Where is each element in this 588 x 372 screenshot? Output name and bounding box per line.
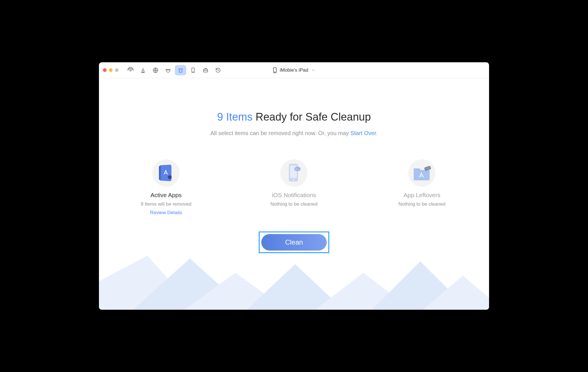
decorative-mountains (99, 256, 489, 310)
broom-icon[interactable] (137, 65, 149, 75)
card-title: Active Apps (129, 192, 203, 199)
chevron-down-icon (311, 68, 315, 72)
app-window: iMobie's iPad 9 Items Ready for Safe Cle… (99, 62, 489, 310)
svg-point-5 (193, 71, 193, 72)
main-content: 9 Items Ready for Safe Cleanup All selec… (99, 78, 489, 310)
start-over-link[interactable]: Start Over (350, 130, 376, 136)
app-leftovers-icon (403, 154, 441, 192)
svg-marker-22 (247, 264, 343, 310)
review-details-link[interactable]: Review Details (150, 210, 182, 215)
card-subtitle: 9 Items will be removed (129, 201, 203, 207)
globe-icon[interactable] (150, 65, 161, 75)
mask-icon[interactable] (162, 65, 174, 75)
svg-marker-21 (184, 273, 287, 310)
card-app-leftovers: App Leftovers Nothing to be cleaned (385, 159, 459, 216)
svg-point-8 (275, 72, 275, 72)
svg-point-13 (293, 179, 294, 181)
minimize-window-button[interactable] (109, 68, 113, 72)
svg-marker-25 (423, 276, 489, 310)
device-picker[interactable]: iMobie's iPad (273, 67, 315, 73)
card-active-apps: Active Apps 9 Items will be removed Revi… (129, 159, 203, 216)
close-window-button[interactable] (103, 68, 107, 72)
maximize-window-button[interactable] (115, 68, 119, 72)
history-icon[interactable] (212, 65, 224, 75)
titlebar: iMobie's iPad (99, 62, 489, 78)
card-ios-notifications: iOS Notifications Nothing to be cleaned (257, 159, 331, 216)
device-icon (273, 67, 277, 73)
subtitle-prefix: All select items can be removed right no… (210, 130, 350, 136)
subtitle-suffix: . (376, 130, 378, 136)
svg-point-14 (294, 167, 301, 171)
toolbar (125, 65, 224, 75)
card-title: iOS Notifications (257, 192, 331, 199)
svg-rect-16 (295, 169, 299, 170)
card-subtitle: Nothing to be cleaned (257, 201, 331, 207)
clean-button-highlight: Clean (259, 232, 329, 253)
card-subtitle: Nothing to be cleaned (385, 201, 459, 207)
window-controls (103, 68, 119, 72)
page-title: 9 Items Ready for Safe Cleanup (99, 111, 489, 123)
svg-rect-15 (295, 168, 297, 169)
svg-marker-24 (372, 261, 469, 310)
clean-button[interactable]: Clean (261, 234, 327, 251)
svg-marker-20 (133, 259, 247, 310)
trash-icon[interactable] (175, 65, 186, 75)
airplay-icon[interactable] (125, 65, 136, 75)
headline-rest: Ready for Safe Cleanup (252, 111, 371, 123)
ios-notifications-icon (275, 154, 313, 192)
subtitle: All select items can be removed right no… (99, 130, 489, 137)
svg-marker-19 (99, 256, 196, 310)
active-apps-icon (147, 154, 185, 192)
category-cards: Active Apps 9 Items will be removed Revi… (99, 159, 489, 216)
briefcase-icon[interactable] (200, 65, 211, 75)
phone-icon[interactable] (187, 65, 199, 75)
card-title: App Leftovers (385, 192, 459, 199)
svg-marker-23 (315, 273, 412, 310)
item-count: 9 Items (217, 111, 253, 123)
device-name: iMobie's iPad (280, 67, 309, 73)
svg-point-0 (130, 69, 131, 71)
svg-point-2 (167, 70, 167, 70)
svg-point-3 (169, 70, 169, 70)
